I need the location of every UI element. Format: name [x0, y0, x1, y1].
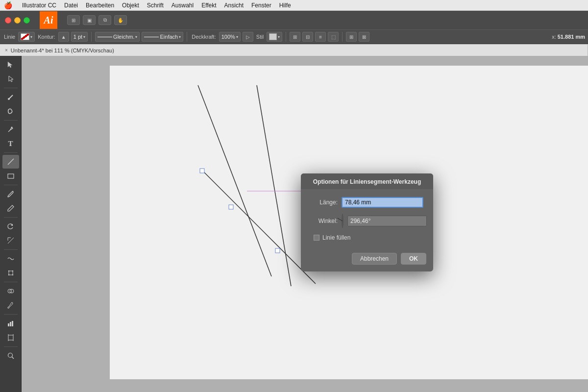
svg-rect-29	[200, 169, 204, 173]
tool-separator-3	[4, 152, 18, 153]
menu-ansicht[interactable]: Ansicht	[224, 2, 244, 9]
minimize-button[interactable]	[14, 17, 21, 24]
tool-separator-7	[4, 282, 18, 282]
shape-builder-tool[interactable]	[2, 284, 19, 298]
magic-wand-tool[interactable]	[2, 90, 19, 104]
tab-close-icon[interactable]: ×	[5, 48, 8, 53]
apple-menu[interactable]: 🍎	[4, 1, 12, 9]
winkel-row: Winkel:	[311, 214, 423, 228]
artboard-tool[interactable]	[2, 331, 19, 344]
arrange-icon[interactable]: ⧉	[98, 15, 111, 25]
divider-2	[187, 32, 187, 42]
menu-fenster[interactable]: Fenster	[251, 2, 271, 9]
svg-line-27	[203, 171, 316, 284]
tool-separator-6	[4, 249, 18, 250]
svg-rect-16	[10, 322, 11, 326]
cancel-button[interactable]: Abbrechen	[352, 253, 397, 265]
tool-separator-2	[4, 120, 18, 121]
stil-select[interactable]: ▾	[267, 32, 282, 42]
line-style-select[interactable]: Gleichm. ▾	[95, 32, 140, 42]
laenge-input[interactable]	[342, 197, 423, 208]
distribute-icon[interactable]: ≡	[315, 32, 326, 42]
zoom-tool[interactable]	[2, 349, 19, 363]
grid-icon[interactable]: ⊞	[67, 15, 80, 25]
pencil-tool[interactable]	[2, 201, 19, 215]
tool-separator-4	[4, 185, 18, 185]
menubar: 🍎 Illustrator CC Datei Bearbeiten Objekt…	[0, 0, 588, 11]
linie-fuellen-row: Linie füllen	[314, 234, 423, 241]
canvas-area[interactable]: ✛ Optionen für Liniensegment-Werkzeug Lä…	[22, 56, 588, 392]
menu-illustrator[interactable]: Illustrator CC	[22, 2, 56, 9]
close-button[interactable]	[5, 17, 11, 24]
free-transform-tool[interactable]	[2, 266, 19, 280]
warp-tool[interactable]	[2, 252, 19, 266]
svg-rect-30	[229, 205, 233, 209]
toolbox: T	[0, 56, 22, 392]
menu-bearbeiten[interactable]: Bearbeiten	[86, 2, 114, 9]
pen-tool[interactable]	[2, 122, 19, 136]
menu-auswahl[interactable]: Auswahl	[172, 2, 194, 9]
kontur-weight-select[interactable]: 1 pt ▾	[71, 32, 88, 42]
laenge-row: Länge:	[311, 197, 423, 208]
rectangle-tool[interactable]	[2, 169, 19, 183]
lasso-tool[interactable]	[2, 104, 19, 118]
type-tool[interactable]: T	[2, 137, 19, 150]
svg-rect-11	[8, 274, 9, 275]
tab-title: Unbenannt-4* bei 111 % (CMYK/Vorschau)	[11, 48, 114, 53]
svg-rect-9	[8, 270, 9, 271]
menu-effekt[interactable]: Effekt	[201, 2, 216, 9]
ok-button[interactable]: OK	[401, 253, 426, 265]
transform-icon[interactable]: ⬚	[328, 32, 339, 42]
main-area: T	[0, 56, 588, 392]
scale-tool[interactable]	[2, 234, 19, 247]
svg-rect-8	[9, 271, 13, 275]
options-bar: Linie ▾ Kontur: ▲ 1 pt ▾ Gleichm. ▾ Einf…	[0, 29, 588, 44]
eyedropper-tool[interactable]	[2, 298, 19, 312]
app-logo: Ai	[40, 11, 57, 29]
cap-style-select[interactable]: Einfach ▾	[142, 32, 183, 42]
svg-rect-17	[12, 321, 13, 326]
svg-point-23	[8, 353, 12, 358]
line-segment-tool[interactable]	[2, 155, 19, 169]
linie-fuellen-checkbox[interactable]	[314, 235, 319, 241]
kontur-up-icon[interactable]: ▲	[58, 32, 69, 42]
hand-tool-icon[interactable]: ✋	[114, 15, 127, 25]
menu-schrift[interactable]: Schrift	[147, 2, 164, 9]
titlebar-icons: ⊞ ▣ ⧉ ✋	[67, 15, 127, 25]
stroke-color-selector[interactable]: ▾	[18, 32, 35, 42]
linie-fuellen-label: Linie füllen	[322, 234, 350, 241]
winkel-input[interactable]	[347, 216, 427, 226]
align-icon[interactable]: ⊞	[290, 32, 300, 42]
divider-3	[286, 32, 286, 42]
svg-rect-15	[8, 323, 9, 326]
dialog-liniensegment: Optionen für Liniensegment-Werkzeug Läng…	[301, 173, 433, 271]
angle-dial[interactable]	[342, 214, 343, 228]
opacity-slider-icon[interactable]: ▷	[243, 32, 253, 42]
direct-selection-tool[interactable]	[2, 72, 19, 86]
align2-icon[interactable]: ⊟	[302, 32, 313, 42]
maximize-button[interactable]	[24, 17, 30, 24]
selection-tool[interactable]	[2, 58, 19, 72]
grid-display-icon[interactable]: ⊠	[359, 32, 369, 42]
opacity-select[interactable]: 100% ▾	[219, 32, 241, 42]
x-coordinate-area: x: 51.881 mm	[552, 34, 585, 40]
dialog-body: Länge: Winkel: Linie füllen	[301, 189, 433, 249]
tool-label: Linie	[4, 34, 15, 40]
svg-rect-12	[12, 274, 13, 275]
chart-tool[interactable]	[2, 317, 19, 330]
svg-rect-31	[275, 248, 280, 253]
extra-icon[interactable]: ⊞	[346, 32, 357, 42]
svg-rect-18	[8, 335, 13, 340]
paintbrush-tool[interactable]	[2, 187, 19, 201]
screen-mode-icon[interactable]: ▣	[83, 15, 96, 25]
dialog-buttons: Abbrechen OK	[301, 249, 433, 271]
svg-line-26	[257, 85, 291, 286]
document-tab[interactable]: × Unbenannt-4* bei 111 % (CMYK/Vorschau)	[0, 44, 588, 56]
menu-hilfe[interactable]: Hilfe	[279, 2, 291, 9]
angle-dial-hand	[337, 218, 343, 221]
rotate-tool[interactable]	[2, 220, 19, 233]
menu-objekt[interactable]: Objekt	[122, 2, 139, 9]
menu-datei[interactable]: Datei	[64, 2, 78, 9]
svg-line-3	[8, 159, 14, 165]
dialog-title: Optionen für Liniensegment-Werkzeug	[313, 178, 421, 185]
